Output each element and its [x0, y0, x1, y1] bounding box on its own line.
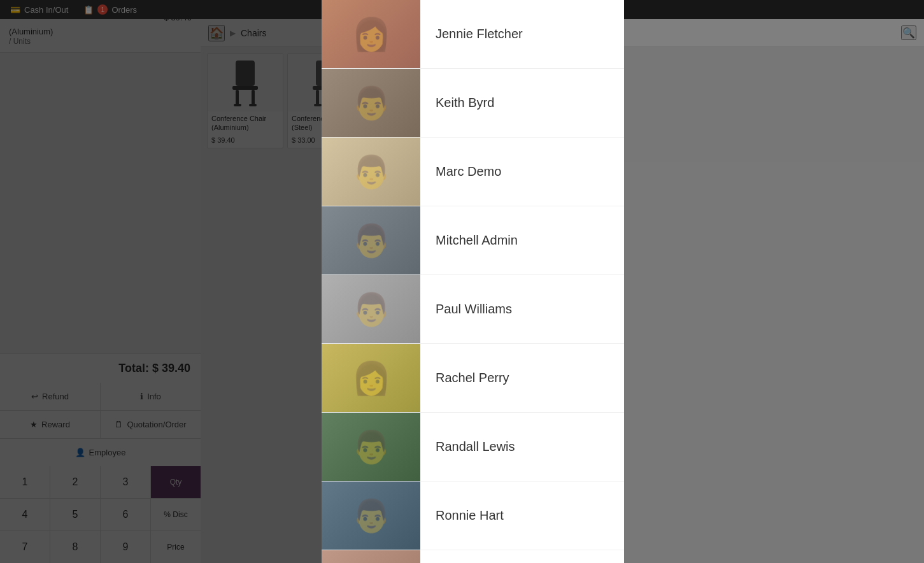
employee-name: Mitchell Admin [420, 233, 518, 248]
employee-item[interactable]: 👩 Jennie Fletcher [322, 0, 624, 69]
employee-avatar: 👨 [322, 206, 420, 274]
employee-name: Randall Lewis [420, 439, 515, 454]
employee-item[interactable]: 👨 Keith Byrd [322, 69, 624, 138]
employee-name: Ronnie Hart [420, 508, 504, 523]
employee-modal: 👩 Jennie Fletcher 👨 Keith Byrd 👨 Marc De… [322, 0, 624, 563]
employee-avatar: 👨 [322, 138, 420, 206]
employee-item[interactable]: 👩 Rachel Perry [322, 344, 624, 413]
employee-item[interactable]: 👨 Ronnie Hart [322, 481, 624, 550]
employee-item[interactable]: 👨 Randall Lewis [322, 413, 624, 481]
employee-avatar: 👩 [322, 550, 420, 563]
employee-avatar: 👨 [322, 275, 420, 343]
employee-name: Paul Williams [420, 302, 512, 317]
employee-item[interactable]: 👩 Sharlene [322, 550, 624, 563]
employee-item[interactable]: 👨 Mitchell Admin [322, 206, 624, 275]
employee-name: Rachel Perry [420, 371, 509, 385]
employee-name: Jennie Fletcher [420, 27, 523, 41]
employee-name: Marc Demo [420, 164, 501, 179]
employee-avatar: 👩 [322, 0, 420, 68]
employee-avatar: 👨 [322, 481, 420, 550]
employee-avatar: 👨 [322, 69, 420, 137]
employee-item[interactable]: 👨 Marc Demo [322, 138, 624, 206]
employee-item[interactable]: 👨 Paul Williams [322, 275, 624, 344]
employee-avatar: 👨 [322, 413, 420, 481]
employee-avatar: 👩 [322, 344, 420, 412]
employee-name: Keith Byrd [420, 96, 494, 110]
